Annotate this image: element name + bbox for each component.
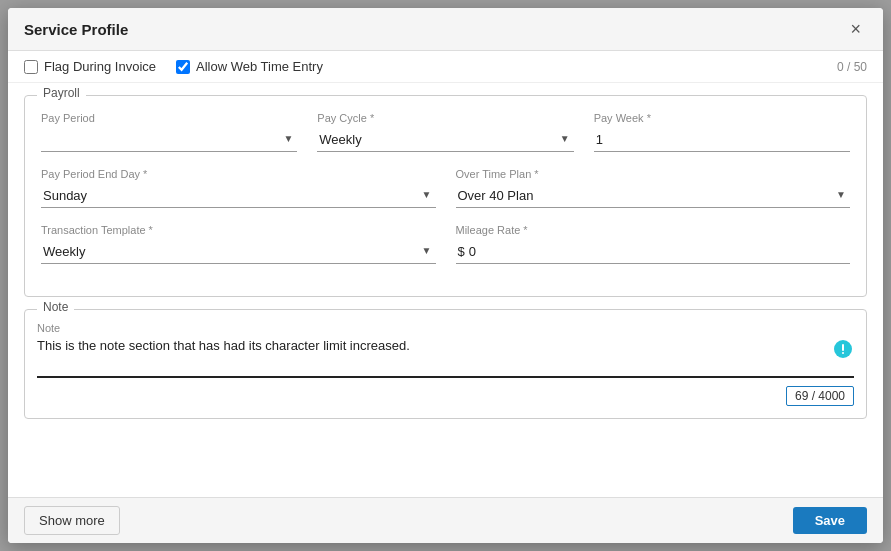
note-legend: Note	[37, 300, 74, 314]
modal-title: Service Profile	[24, 21, 128, 38]
note-textarea-wrapper: This is the note section that has had it…	[37, 338, 854, 382]
payroll-row-1: Pay Period ▼ Pay Cycle * Weekly	[41, 112, 850, 152]
show-more-button[interactable]: Show more	[24, 506, 120, 535]
mileage-prefix: $	[458, 244, 465, 259]
svg-point-1	[842, 352, 844, 354]
checkboxes-row: Flag During Invoice Allow Web Time Entry	[24, 59, 837, 74]
pay-period-end-day-select-wrapper: Sunday Monday Tuesday Wednesday Thursday…	[41, 184, 436, 208]
mileage-input-wrapper: $	[456, 240, 851, 264]
top-bar: Flag During Invoice Allow Web Time Entry…	[8, 51, 883, 83]
pay-cycle-group: Pay Cycle * Weekly Bi-Weekly Semi-Monthl…	[317, 112, 573, 152]
pay-week-label: Pay Week *	[594, 112, 850, 124]
mileage-rate-label: Mileage Rate *	[456, 224, 851, 236]
pay-cycle-select[interactable]: Weekly Bi-Weekly Semi-Monthly Monthly	[317, 128, 573, 152]
payroll-row-2: Pay Period End Day * Sunday Monday Tuesd…	[41, 168, 850, 208]
transaction-template-group: Transaction Template * Weekly Bi-Weekly …	[41, 224, 436, 264]
payroll-row-3: Transaction Template * Weekly Bi-Weekly …	[41, 224, 850, 264]
pay-week-input[interactable]	[594, 128, 850, 152]
save-button[interactable]: Save	[793, 507, 867, 534]
close-button[interactable]: ×	[844, 18, 867, 40]
note-icon	[832, 338, 854, 360]
over-time-plan-select-wrapper: Over 40 Plan Daily Plan No OT ▼	[456, 184, 851, 208]
char-count-row: 69 / 4000	[37, 386, 854, 406]
pay-cycle-select-wrapper: Weekly Bi-Weekly Semi-Monthly Monthly ▼	[317, 128, 573, 152]
flag-during-invoice-checkbox[interactable]	[24, 60, 38, 74]
allow-web-time-entry-label: Allow Web Time Entry	[196, 59, 323, 74]
pay-week-group: Pay Week *	[594, 112, 850, 152]
transaction-template-select-wrapper: Weekly Bi-Weekly Monthly ▼	[41, 240, 436, 264]
transaction-template-select[interactable]: Weekly Bi-Weekly Monthly	[41, 240, 436, 264]
char-count-display: 69 / 4000	[786, 386, 854, 406]
mileage-rate-group: Mileage Rate * $	[456, 224, 851, 264]
payroll-section: Payroll Pay Period ▼ Pay Cycle *	[24, 95, 867, 297]
pay-period-end-day-group: Pay Period End Day * Sunday Monday Tuesd…	[41, 168, 436, 208]
note-label: Note	[37, 322, 854, 334]
flag-during-invoice-label: Flag During Invoice	[44, 59, 156, 74]
allow-web-time-entry-item[interactable]: Allow Web Time Entry	[176, 59, 323, 74]
over-time-plan-group: Over Time Plan * Over 40 Plan Daily Plan…	[456, 168, 851, 208]
pay-period-end-day-label: Pay Period End Day *	[41, 168, 436, 180]
modal-footer: Show more Save	[8, 497, 883, 543]
mileage-rate-input[interactable]	[469, 244, 529, 259]
modal: Service Profile × Flag During Invoice Al…	[8, 8, 883, 543]
pay-period-select-wrapper: ▼	[41, 128, 297, 152]
modal-header: Service Profile ×	[8, 8, 883, 51]
pay-period-group: Pay Period ▼	[41, 112, 297, 152]
note-section: Note Note This is the note section that …	[24, 309, 867, 419]
over-time-plan-select[interactable]: Over 40 Plan Daily Plan No OT	[456, 184, 851, 208]
modal-overlay: Service Profile × Flag During Invoice Al…	[0, 0, 891, 551]
transaction-template-label: Transaction Template *	[41, 224, 436, 236]
flag-during-invoice-item[interactable]: Flag During Invoice	[24, 59, 156, 74]
pay-period-select[interactable]	[41, 128, 297, 152]
allow-web-time-entry-checkbox[interactable]	[176, 60, 190, 74]
payroll-legend: Payroll	[37, 86, 86, 100]
pay-period-end-day-select[interactable]: Sunday Monday Tuesday Wednesday Thursday…	[41, 184, 436, 208]
over-time-plan-label: Over Time Plan *	[456, 168, 851, 180]
pay-period-label: Pay Period	[41, 112, 297, 124]
note-textarea[interactable]: This is the note section that has had it…	[37, 338, 854, 378]
pay-cycle-label: Pay Cycle *	[317, 112, 573, 124]
modal-body: Flag During Invoice Allow Web Time Entry…	[8, 51, 883, 497]
counter-display: 0 / 50	[837, 60, 867, 74]
